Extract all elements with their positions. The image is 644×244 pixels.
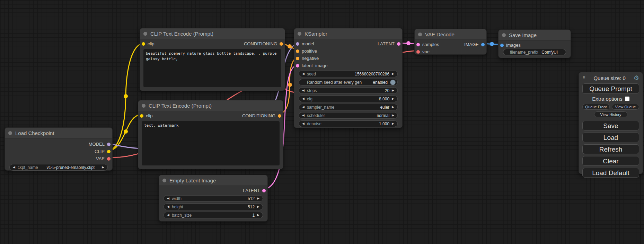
extra-options-label: Extra options [592,96,623,102]
arrow-left-icon[interactable]: ◀ [302,72,305,75]
arrow-left-icon[interactable]: ◀ [302,114,305,117]
save-button[interactable]: Save [582,121,639,130]
arrow-left-icon[interactable]: ◀ [302,122,305,125]
node-title: Empty Latent Image [169,178,216,183]
ckpt-name-widget[interactable]: ◀ ckpt_name v1-5-pruned-emaonly.ckpt ▶ [9,164,108,171]
node-save-image[interactable]: Save Image images filename_prefix ComfyU… [498,29,571,58]
negative-input-dot[interactable] [296,57,299,60]
collapse-dot-icon[interactable] [142,104,145,108]
node-title: KSampler [305,31,327,37]
collapse-dot-icon[interactable] [8,131,12,135]
vae-input-dot[interactable] [416,50,420,54]
node-header[interactable]: CLIP Text Encode (Prompt) [138,100,283,111]
arrow-right-icon[interactable]: ▶ [392,72,394,75]
settings-gear-icon[interactable]: ⚙ [634,75,639,81]
arrow-left-icon[interactable]: ◀ [13,166,15,169]
load-button[interactable]: Load [582,133,639,142]
link-dot-clip-1[interactable] [124,94,128,98]
positive-input-dot[interactable] [296,49,299,53]
arrow-right-icon[interactable]: ▶ [392,97,394,100]
arrow-left-icon[interactable]: ◀ [167,205,169,208]
node-header[interactable]: VAE Decode [415,29,486,40]
width-widget[interactable]: ◀ width 512 ▶ [164,195,263,202]
node-clip-text-encode-positive[interactable]: CLIP Text Encode (Prompt) clip CONDITION… [140,28,285,91]
collapse-dot-icon[interactable] [418,33,422,36]
filename-prefix-widget[interactable]: filename_prefix ComfyUI [503,49,566,55]
link-dot-clip-2[interactable] [124,129,128,134]
collapse-dot-icon[interactable] [162,179,166,182]
drag-handle-icon[interactable]: ⠿ [582,75,586,81]
arrow-left-icon[interactable]: ◀ [167,197,169,200]
arrow-right-icon[interactable]: ▶ [392,114,394,117]
node-header[interactable]: Save Image [499,30,571,40]
negative-prompt-textarea[interactable]: text, watermark [142,121,280,165]
seed-widget[interactable]: ◀ seed 156680208700286 ▶ [299,71,398,77]
view-history-button[interactable]: View History [594,111,627,117]
link-dot-image[interactable] [490,42,494,46]
clip-output-dot[interactable] [107,150,111,153]
scheduler-widget[interactable]: ◀ scheduler normal ▶ [299,112,398,119]
vae-output-dot[interactable] [107,157,111,161]
node-header[interactable]: KSampler [294,28,402,39]
arrow-left-icon[interactable]: ◀ [167,214,169,217]
node-header[interactable]: CLIP Text Encode (Prompt) [140,28,285,39]
output-model: MODEL [5,141,112,148]
arrow-left-icon[interactable]: ◀ [302,89,305,92]
comfyui-canvas[interactable]: { "colors":{ "model":"#b39ddb","clip":"#… [0,0,644,244]
node-vae-decode[interactable]: VAE Decode samples IMAGE vae [414,29,487,55]
images-input-dot[interactable] [500,44,504,47]
node-ksampler[interactable]: KSampler model LATENT positive negative … [294,28,403,128]
cfg-widget[interactable]: ◀ cfg 8.000 ▶ [299,96,398,102]
node-header[interactable]: Load Checkpoint [5,128,112,138]
conditioning-output-dot[interactable] [280,42,283,46]
image-output-dot[interactable] [481,43,485,46]
link-dot-cond-1[interactable] [288,44,292,48]
link-dot-cond-2[interactable] [288,83,292,87]
slot-row: positive [294,47,402,55]
latent-output-dot[interactable] [262,189,266,192]
arrow-right-icon[interactable]: ▶ [257,197,259,200]
conditioning-output-dot[interactable] [278,114,281,118]
node-load-checkpoint[interactable]: Load Checkpoint MODEL CLIP VAE ◀ ckpt_na… [5,127,113,171]
queue-size-label: Queue size: 0 [586,75,634,81]
clear-button[interactable]: Clear [582,156,639,166]
toggle-dot-icon[interactable] [390,80,396,85]
clip-input-dot[interactable] [142,42,145,46]
steps-widget[interactable]: ◀ steps 20 ▶ [299,87,398,94]
clip-input-dot[interactable] [140,114,143,118]
queue-front-button[interactable]: Queue Front [582,104,610,110]
node-title: Load Checkpoint [15,130,54,136]
node-title: CLIP Text Encode (Prompt) [149,103,212,109]
positive-prompt-textarea[interactable]: beautiful scenery nature glass bottle la… [143,49,281,87]
model-input-dot[interactable] [296,42,299,46]
latent-image-input-dot[interactable] [296,64,299,67]
arrow-left-icon[interactable]: ◀ [302,97,305,100]
latent-output-dot[interactable] [397,42,400,46]
link-dot-latent[interactable] [406,41,411,45]
arrow-right-icon[interactable]: ▶ [392,122,394,125]
height-widget[interactable]: ◀ height 512 ▶ [164,204,263,210]
arrow-right-icon[interactable]: ▶ [257,205,259,208]
load-default-button[interactable]: Load Default [582,168,639,178]
arrow-right-icon[interactable]: ▶ [257,214,259,217]
node-empty-latent-image[interactable]: Empty Latent Image LATENT ◀ width 512 ▶ … [159,175,268,222]
samples-input-dot[interactable] [416,43,420,46]
arrow-left-icon[interactable]: ◀ [302,106,305,109]
view-queue-button[interactable]: View Queue [612,104,639,110]
collapse-dot-icon[interactable] [502,33,506,37]
sampler-name-widget[interactable]: ◀ sampler_name euler ▶ [299,104,398,110]
denoise-widget[interactable]: ◀ denoise 1.000 ▶ [299,120,398,127]
arrow-right-icon[interactable]: ▶ [392,89,394,92]
arrow-right-icon[interactable]: ▶ [392,106,394,109]
node-clip-text-encode-negative[interactable]: CLIP Text Encode (Prompt) clip CONDITION… [138,100,283,169]
refresh-button[interactable]: Refresh [582,144,639,154]
collapse-dot-icon[interactable] [298,32,301,36]
queue-prompt-button[interactable]: Queue Prompt [582,83,639,94]
node-header[interactable]: Empty Latent Image [159,175,267,186]
arrow-right-icon[interactable]: ▶ [102,166,104,169]
model-output-dot[interactable] [107,143,111,146]
extra-options-checkbox[interactable] [625,97,629,101]
collapse-dot-icon[interactable] [143,32,147,36]
batch-size-widget[interactable]: ◀ batch_size 1 ▶ [164,212,263,218]
random-seed-toggle-widget[interactable]: Random seed after every gen enabled [299,79,398,85]
